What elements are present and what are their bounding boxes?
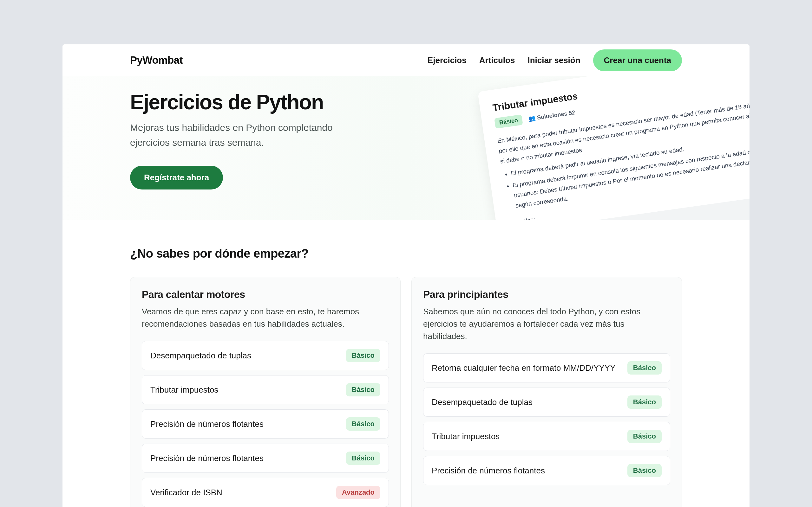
exercise-item[interactable]: Tributar impuestosBásico (423, 422, 670, 451)
info-card-desc: Sabemos que aún no conoces del todo Pyth… (423, 305, 670, 343)
info-card-desc: Veamos de que eres capaz y con base en e… (142, 305, 389, 330)
exercise-item[interactable]: Precisión de números flotantesBásico (142, 409, 389, 439)
exercise-name: Precisión de números flotantes (150, 453, 264, 463)
hero-subtitle: Mejoras tus habilidades en Python comple… (130, 120, 352, 150)
exercise-name: Verificador de ISBN (150, 488, 222, 498)
exercise-list: Retorna cualquier fecha en formato MM/DD… (423, 353, 670, 485)
level-badge: Básico (627, 430, 662, 443)
exercise-name: Retorna cualquier fecha en formato MM/DD… (432, 363, 615, 373)
section-title: ¿No sabes por dónde empezar? (130, 247, 682, 261)
cards-row: Para calentar motoresVeamos de que eres … (130, 277, 682, 507)
level-badge: Básico (346, 349, 380, 362)
exercise-item[interactable]: Desempaquetado de tuplasBásico (142, 341, 389, 370)
nav-exercises[interactable]: Ejercicios (427, 55, 467, 65)
exercise-name: Desempaquetado de tuplas (150, 351, 251, 360)
nav-right: Ejercicios Artículos Iniciar sesión Crea… (427, 49, 682, 71)
nav-articles[interactable]: Artículos (479, 55, 515, 65)
exercise-name: Precisión de números flotantes (150, 419, 264, 429)
level-badge: Básico (346, 383, 380, 396)
info-card: Para principiantesSabemos que aún no con… (411, 277, 682, 507)
nav-login[interactable]: Iniciar sesión (527, 55, 580, 65)
exercise-item[interactable]: Retorna cualquier fecha en formato MM/DD… (423, 353, 670, 383)
exercise-item[interactable]: Desempaquetado de tuplasBásico (423, 388, 670, 417)
level-badge: Básico (627, 361, 662, 375)
page-container: PyWombat Ejercicios Artículos Iniciar se… (62, 44, 750, 507)
navbar: PyWombat Ejercicios Artículos Iniciar se… (62, 44, 750, 76)
info-card-title: Para principiantes (423, 289, 670, 300)
exercise-list: Desempaquetado de tuplasBásicoTributar i… (142, 341, 389, 507)
level-badge: Básico (346, 417, 380, 431)
hero-content: Ejercicios de Python Mejoras tus habilid… (130, 90, 682, 189)
exercise-item[interactable]: Precisión de números flotantesBásico (142, 444, 389, 473)
level-badge: Avanzado (336, 486, 380, 499)
signup-button[interactable]: Crear una cuenta (593, 49, 682, 71)
exercise-name: Tributar impuestos (432, 432, 500, 441)
exercise-name: Desempaquetado de tuplas (432, 397, 532, 407)
hero-section: Ejercicios de Python Mejoras tus habilid… (62, 76, 750, 220)
hero-title: Ejercicios de Python (130, 90, 682, 114)
exercise-name: Precisión de números flotantes (432, 466, 545, 475)
level-badge: Básico (346, 452, 380, 465)
logo[interactable]: PyWombat (130, 54, 183, 66)
info-card-title: Para calentar motores (142, 289, 389, 300)
exercise-item[interactable]: Precisión de números flotantesBásico (423, 456, 670, 485)
level-badge: Básico (627, 395, 662, 409)
level-badge: Básico (627, 464, 662, 477)
exercise-item[interactable]: Verificador de ISBNAvanzado (142, 478, 389, 507)
register-button[interactable]: Regístrate ahora (130, 166, 223, 189)
info-card: Para calentar motoresVeamos de que eres … (130, 277, 401, 507)
content-section: ¿No sabes por dónde empezar? Para calent… (62, 220, 750, 507)
exercise-name: Tributar impuestos (150, 385, 218, 395)
exercise-item[interactable]: Tributar impuestosBásico (142, 375, 389, 404)
